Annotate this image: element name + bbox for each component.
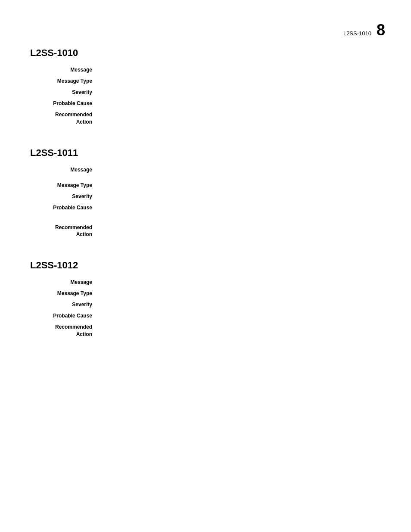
field-label-probable-cause-1011: Probable Cause <box>30 204 99 213</box>
field-row-message-1011: Message <box>30 166 377 175</box>
field-label-message-1012: Message <box>30 279 99 287</box>
page-header: L2SS-1010 8 <box>343 22 385 38</box>
field-value-message-1011 <box>99 166 377 175</box>
field-label-severity-1011: Severity <box>30 193 99 202</box>
field-row-message-1010: Message <box>30 66 377 75</box>
field-row-message-type-1010: Message Type <box>30 78 377 86</box>
field-row-message-type-1011: Message Type <box>30 182 377 190</box>
field-row-probable-cause-1010: Probable Cause <box>30 100 377 109</box>
field-value-message-type-1010 <box>99 78 377 86</box>
field-value-message-type-1011 <box>99 182 377 190</box>
divider-2 <box>30 251 377 260</box>
section-l2ss-1010: L2SS-1010 Message Message Type Severity … <box>30 47 377 126</box>
section-title-l2ss-1012: L2SS-1012 <box>30 260 377 271</box>
spacer-1011-message <box>30 177 377 182</box>
field-label-message-type-1011: Message Type <box>30 182 99 190</box>
field-label-recommended-action-1010: RecommendedAction <box>30 111 99 126</box>
field-value-probable-cause-1012 <box>99 312 377 321</box>
field-row-severity-1010: Severity <box>30 89 377 97</box>
field-value-recommended-action-1011 <box>99 224 377 239</box>
field-label-probable-cause-1012: Probable Cause <box>30 312 99 321</box>
spacer-1011-before-action-2 <box>30 220 377 224</box>
field-row-severity-1011: Severity <box>30 193 377 202</box>
field-value-message-type-1012 <box>99 290 377 299</box>
section-title-l2ss-1011: L2SS-1011 <box>30 147 377 159</box>
field-row-message-type-1012: Message Type <box>30 290 377 299</box>
section-l2ss-1012: L2SS-1012 Message Message Type Severity … <box>30 260 377 338</box>
field-row-recommended-action-1010: RecommendedAction <box>30 111 377 126</box>
field-value-severity-1012 <box>99 301 377 310</box>
main-content: L2SS-1010 Message Message Type Severity … <box>0 0 411 338</box>
spacer-1011-before-action <box>30 215 377 220</box>
field-value-severity-1011 <box>99 193 377 202</box>
field-label-message-type-1010: Message Type <box>30 78 99 86</box>
field-value-recommended-action-1010 <box>99 111 377 126</box>
field-label-message-1010: Message <box>30 66 99 75</box>
section-l2ss-1011: L2SS-1011 Message Message Type Severity … <box>30 147 377 239</box>
field-row-probable-cause-1012: Probable Cause <box>30 312 377 321</box>
field-value-recommended-action-1012 <box>99 324 377 338</box>
field-label-recommended-action-1012: RecommendedAction <box>30 324 99 338</box>
field-value-probable-cause-1011 <box>99 204 377 213</box>
field-value-severity-1010 <box>99 89 377 97</box>
divider-1 <box>30 139 377 147</box>
field-label-severity-1010: Severity <box>30 89 99 97</box>
section-title-l2ss-1010: L2SS-1010 <box>30 47 377 59</box>
field-label-recommended-action-1011: RecommendedAction <box>30 224 99 239</box>
field-row-message-1012: Message <box>30 279 377 287</box>
page-header-title: L2SS-1010 <box>343 30 371 37</box>
field-row-severity-1012: Severity <box>30 301 377 310</box>
field-label-severity-1012: Severity <box>30 301 99 310</box>
field-value-probable-cause-1010 <box>99 100 377 109</box>
page-header-number: 8 <box>377 22 385 38</box>
field-row-recommended-action-1012: RecommendedAction <box>30 324 377 338</box>
field-value-message-1012 <box>99 279 377 287</box>
field-row-probable-cause-1011: Probable Cause <box>30 204 377 213</box>
field-label-message-1011: Message <box>30 166 99 175</box>
field-label-probable-cause-1010: Probable Cause <box>30 100 99 109</box>
field-value-message-1010 <box>99 66 377 75</box>
field-label-message-type-1012: Message Type <box>30 290 99 299</box>
field-row-recommended-action-1011: RecommendedAction <box>30 224 377 239</box>
